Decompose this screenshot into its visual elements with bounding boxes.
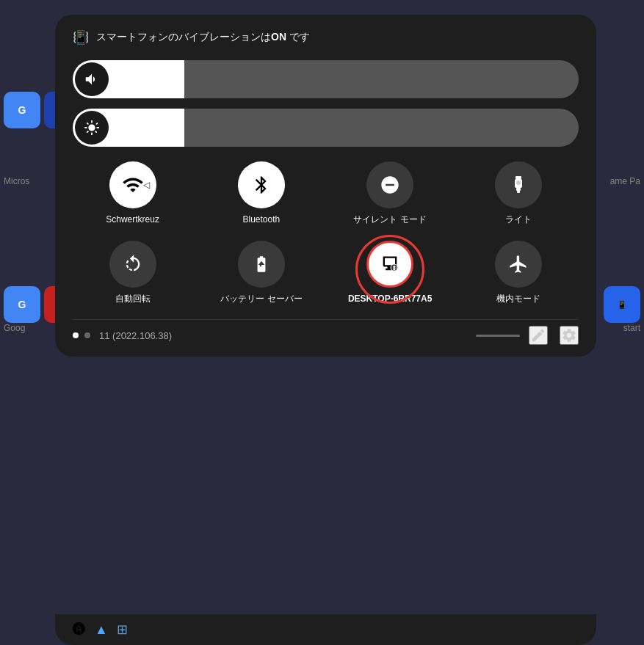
time-display: 23:25 [62, 0, 103, 4]
silent-mode-label: サイレント モード [353, 214, 426, 226]
settings-button[interactable] [560, 326, 579, 345]
svg-point-5 [516, 181, 521, 185]
quick-tiles-row1: ◁ Schwertkreuz Bluetooth サイレント モード [73, 161, 579, 226]
page-dots [73, 332, 90, 338]
airplane-mode-icon-circle [495, 241, 542, 288]
brightness-slider-thumb [75, 111, 109, 145]
airplane-mode-label: 機内モード [496, 294, 540, 305]
svg-rect-1 [515, 176, 521, 179]
bottom-bar: 11 (2022.106.38) [73, 319, 579, 345]
light-label: ライト [505, 214, 532, 226]
quick-tiles-row2: 自動回転 バッテリー セーバー ⊞ DESKTOP-6RR77A5 [73, 241, 579, 305]
desktop-link-icon-circle: ⊞ [366, 241, 413, 288]
schwertkreuz-label: Schwertkreuz [106, 214, 159, 226]
svg-rect-4 [517, 191, 520, 193]
quick-settings-panel: 📳 スマートフォンのバイブレーションはON です [55, 15, 596, 357]
tile-bluetooth[interactable]: Bluetooth [201, 161, 321, 226]
bg-app-label-start: start [623, 323, 640, 333]
bottom-action-icons [529, 326, 579, 345]
status-bottom-bar: 🅐 ▲ ⊞ [55, 614, 596, 645]
notification-text: スマートフォンのバイブレーションはON です [96, 31, 579, 44]
tile-schwertkreuz[interactable]: ◁ Schwertkreuz [73, 161, 192, 226]
edit-button[interactable] [529, 326, 548, 345]
tile-auto-rotate[interactable]: 自動回転 [73, 241, 192, 305]
vibration-icon: 📳 [73, 29, 89, 45]
desktop-link-label: DESKTOP-6RR77A5 [348, 294, 432, 305]
bg-google-icon: G [4, 92, 40, 128]
keyboard-icon: 🅐 [73, 622, 86, 638]
bg-app-label-goog: Goog [4, 323, 25, 333]
version-text: 11 (2022.106.38) [99, 330, 467, 341]
page-dot-1 [73, 332, 79, 338]
bg-app-label-micros: Micros [4, 176, 29, 186]
battery-saver-label: バッテリー セーバー [220, 294, 302, 305]
tile-airplane-mode[interactable]: 機内モード [459, 241, 579, 305]
tile-battery-saver[interactable]: バッテリー セーバー [201, 241, 321, 305]
volume-slider-container[interactable] [73, 60, 579, 98]
battery-saver-icon-circle [238, 241, 285, 288]
bg-google-icon2: G [4, 286, 40, 323]
auto-rotate-icon-circle [109, 241, 156, 288]
light-icon-circle [495, 161, 542, 208]
svg-rect-3 [516, 188, 521, 191]
location-icon: ▲ [95, 622, 108, 638]
bluetooth-label: Bluetooth [243, 214, 281, 226]
tile-silent-mode[interactable]: サイレント モード [330, 161, 450, 226]
tile-desktop-link[interactable]: ⊞ DESKTOP-6RR77A5 [330, 241, 450, 305]
silent-mode-icon-circle [366, 161, 413, 208]
svg-text:⊞: ⊞ [393, 266, 397, 270]
notification-bar: 📳 スマートフォンのバイブレーションはON です [73, 29, 579, 45]
schwertkreuz-icon-circle: ◁ [109, 161, 156, 208]
bg-app-right: 📱 [604, 286, 640, 323]
bottom-line-divider [476, 335, 520, 337]
page-dot-2 [84, 332, 90, 338]
bg-app-label-amepа: ame Pa [610, 176, 640, 186]
screen-link-icon: ⊞ [117, 622, 128, 638]
brightness-slider-container[interactable] [73, 109, 579, 147]
auto-rotate-label: 自動回転 [115, 294, 151, 305]
bluetooth-icon-circle [238, 161, 285, 208]
volume-slider-thumb [75, 62, 109, 96]
tile-light[interactable]: ライト [459, 161, 579, 226]
